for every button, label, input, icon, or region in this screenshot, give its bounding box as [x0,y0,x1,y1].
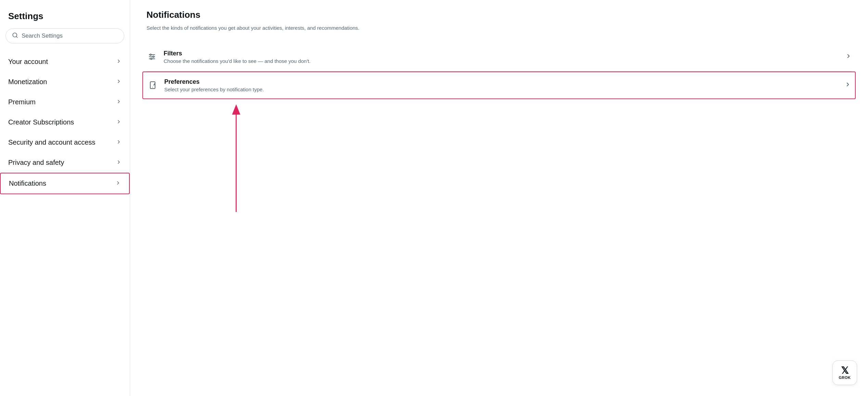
sidebar-item-label: Privacy and safety [8,159,64,167]
row-left-filters: FiltersChoose the notifications you'd li… [146,50,310,64]
row-text-preferences: PreferencesSelect your preferences by no… [164,78,264,92]
row-left-preferences: PreferencesSelect your preferences by no… [147,78,264,92]
sidebar-item-label: Monetization [8,78,47,86]
row-chevron-filters [845,53,852,61]
sidebar-item-privacy-safety[interactable]: Privacy and safety [0,153,130,173]
grok-label: GROK [839,375,851,380]
row-desc-preferences: Select your preferences by notification … [164,87,264,92]
chevron-right-icon [116,139,122,146]
grok-button[interactable]: 𝕏 GROK [832,360,857,385]
row-desc-filters: Choose the notifications you'd like to s… [164,58,310,64]
sidebar-item-label: Your account [8,58,48,66]
chevron-right-icon [116,99,122,106]
svg-marker-10 [232,104,240,115]
filters-icon [146,53,157,61]
sidebar-item-notifications[interactable]: Notifications [0,173,130,194]
phone-notification-icon [147,81,158,89]
chevron-right-icon [116,79,122,85]
sidebar-item-premium[interactable]: Premium [0,92,130,112]
page-subtitle: Select the kinds of notifications you ge… [146,24,852,32]
nav-list: Your accountMonetizationPremiumCreator S… [0,52,130,194]
row-text-filters: FiltersChoose the notifications you'd li… [164,50,310,64]
grok-x-icon: 𝕏 [841,366,849,375]
row-title-filters: Filters [164,50,310,57]
sidebar-item-monetization[interactable]: Monetization [0,72,130,92]
sidebar: Settings Search Settings Your accountMon… [0,0,130,396]
sidebar-item-label: Security and account access [8,138,95,146]
search-icon [12,32,18,40]
sidebar-title: Settings [0,8,130,28]
chevron-right-icon [116,58,122,65]
search-placeholder: Search Settings [22,32,63,39]
sidebar-item-creator-subscriptions[interactable]: Creator Subscriptions [0,112,130,132]
svg-point-5 [150,54,151,55]
svg-point-6 [153,56,154,57]
sidebar-item-label: Premium [8,98,36,106]
settings-row-filters[interactable]: FiltersChoose the notifications you'd li… [146,43,852,71]
sidebar-item-security-account-access[interactable]: Security and account access [0,132,130,153]
sidebar-item-label: Creator Subscriptions [8,118,74,126]
row-chevron-preferences [845,81,851,89]
main-content: Notifications Select the kinds of notifi… [130,0,868,396]
chevron-right-icon [115,180,121,187]
sidebar-item-your-account[interactable]: Your account [0,52,130,72]
settings-rows-container: FiltersChoose the notifications you'd li… [146,43,852,99]
sidebar-item-label: Notifications [9,180,46,187]
row-title-preferences: Preferences [164,78,264,85]
chevron-right-icon [116,159,122,166]
svg-line-1 [16,36,17,37]
search-box[interactable]: Search Settings [5,28,124,43]
settings-row-preferences[interactable]: PreferencesSelect your preferences by no… [142,71,856,99]
app-layout: Settings Search Settings Your accountMon… [0,0,868,396]
page-title: Notifications [146,10,852,20]
chevron-right-icon [116,119,122,126]
svg-point-7 [151,58,152,60]
